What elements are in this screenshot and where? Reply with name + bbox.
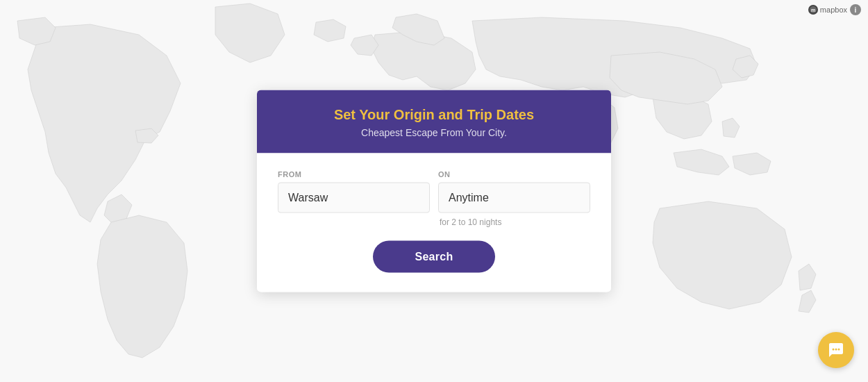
svg-text:m: m bbox=[811, 8, 815, 13]
from-input[interactable] bbox=[278, 183, 430, 213]
search-button-wrap: Search bbox=[278, 241, 590, 273]
info-icon[interactable]: i bbox=[850, 4, 861, 15]
search-button[interactable]: Search bbox=[373, 241, 494, 273]
from-label: FROM bbox=[278, 170, 430, 178]
on-input[interactable] bbox=[438, 183, 590, 213]
chat-button[interactable] bbox=[818, 332, 854, 368]
dialog-header: Set Your Origin and Trip Dates Cheapest … bbox=[257, 90, 611, 153]
dialog-body: FROM ON for 2 to 10 nights Search bbox=[257, 153, 611, 292]
search-dialog: Set Your Origin and Trip Dates Cheapest … bbox=[257, 90, 611, 292]
on-label: ON bbox=[438, 170, 590, 178]
svg-point-4 bbox=[833, 349, 835, 351]
mapbox-logo: m mapbox bbox=[808, 5, 847, 15]
svg-point-5 bbox=[835, 349, 837, 351]
svg-point-6 bbox=[838, 349, 840, 351]
dialog-subtitle: Cheapest Escape From Your City. bbox=[278, 127, 590, 138]
on-field-group: ON for 2 to 10 nights bbox=[438, 170, 590, 227]
nights-hint: for 2 to 10 nights bbox=[438, 217, 590, 227]
from-field-group: FROM bbox=[278, 170, 430, 227]
mapbox-attribution: m mapbox i bbox=[808, 4, 861, 15]
dialog-title: Set Your Origin and Trip Dates bbox=[278, 107, 590, 123]
fields-row: FROM ON for 2 to 10 nights bbox=[278, 170, 590, 227]
